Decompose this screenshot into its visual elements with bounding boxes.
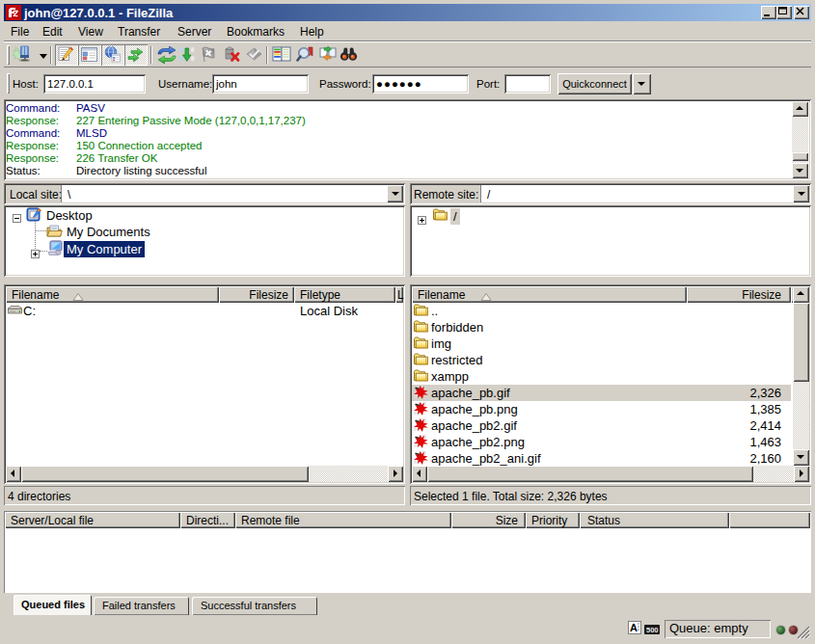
svg-text:500: 500: [646, 626, 659, 634]
svg-text:A: A: [630, 622, 638, 633]
